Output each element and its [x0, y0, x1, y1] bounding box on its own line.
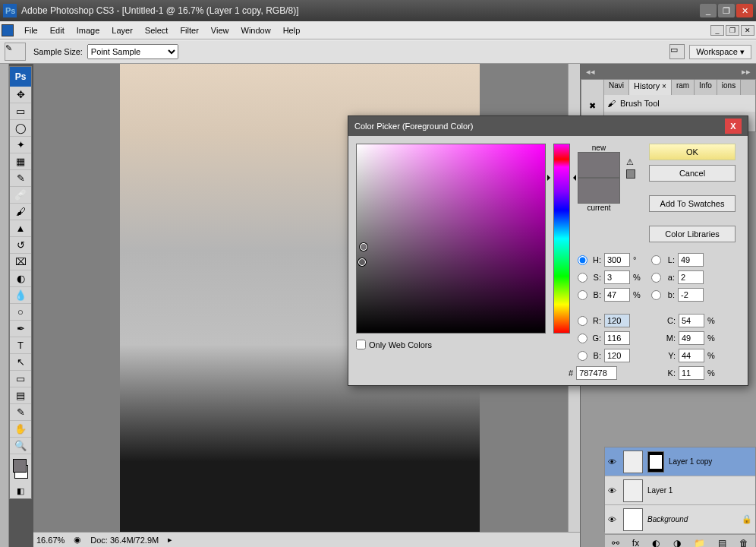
zoom-tool[interactable]: 🔍	[10, 438, 31, 454]
doc-close-button[interactable]: ✕	[741, 25, 754, 36]
close-button[interactable]: ✕	[736, 4, 753, 17]
healing-tool[interactable]: 🩹	[10, 187, 31, 204]
layer-row[interactable]: 👁 Layer 1 copy	[605, 447, 755, 476]
pen-tool[interactable]: ✒	[10, 321, 31, 337]
history-item[interactable]: 🖌 Brush Tool	[604, 95, 755, 112]
color-cursor[interactable]	[360, 243, 367, 251]
blur-tool[interactable]: 💧	[10, 287, 31, 304]
doc-restore-button[interactable]: ❐	[726, 25, 739, 36]
menu-file[interactable]: File	[18, 24, 44, 37]
foreground-color-swatch[interactable]	[13, 459, 27, 473]
marquee-tool[interactable]: ▭	[10, 103, 31, 120]
menu-window[interactable]: Window	[235, 24, 277, 37]
fx-icon[interactable]: fx	[632, 538, 639, 548]
adjustment-icon[interactable]: ◑	[673, 538, 681, 548]
notes-tool[interactable]: ▤	[10, 387, 31, 404]
status-menu-icon[interactable]: ▸	[168, 535, 172, 545]
visibility-icon[interactable]: 👁	[608, 457, 619, 466]
s-radio[interactable]	[578, 273, 587, 283]
c-field[interactable]	[679, 314, 704, 327]
menu-layer[interactable]: Layer	[106, 24, 139, 37]
l-field[interactable]	[678, 253, 704, 267]
new-color-swatch[interactable]	[578, 152, 620, 178]
layer-mask-thumb[interactable]	[647, 451, 664, 473]
visibility-icon[interactable]: 👁	[608, 486, 619, 495]
bv-radio[interactable]	[578, 351, 587, 361]
new-layer-icon[interactable]: ▤	[718, 538, 726, 548]
visibility-icon[interactable]: 👁	[608, 515, 619, 524]
dodge-tool[interactable]: ○	[10, 304, 31, 321]
crop-tool[interactable]: ▦	[10, 153, 31, 170]
layer-thumb[interactable]	[623, 508, 643, 531]
wand-tool[interactable]: ✦	[10, 137, 31, 153]
bv-field[interactable]	[604, 349, 630, 362]
shape-tool[interactable]: ▭	[10, 371, 31, 387]
layer-row[interactable]: 👁 Background 🔒	[605, 505, 755, 534]
collapse-left-icon[interactable]: ◂◂	[584, 67, 597, 77]
zoom-level[interactable]: 16.67%	[36, 536, 65, 545]
hue-indicator[interactable]	[550, 175, 573, 178]
h-field[interactable]	[604, 253, 630, 267]
tab-history[interactable]: History ×	[629, 80, 672, 95]
a-field[interactable]	[678, 270, 704, 284]
dialog-titlebar[interactable]: Color Picker (Foreground Color) X	[348, 116, 748, 136]
cube-icon[interactable]	[626, 169, 635, 179]
tab-info[interactable]: Info	[695, 80, 717, 95]
m-field[interactable]	[679, 331, 704, 345]
menu-help[interactable]: Help	[277, 24, 307, 37]
ok-button[interactable]: OK	[649, 144, 736, 160]
hue-slider[interactable]	[553, 144, 570, 334]
layer-thumb[interactable]	[623, 451, 643, 473]
folder-icon[interactable]: 📁	[694, 538, 705, 548]
menu-select[interactable]: Select	[139, 24, 175, 37]
b-radio[interactable]	[578, 290, 587, 300]
hex-field[interactable]	[576, 366, 617, 380]
add-swatches-button[interactable]: Add To Swatches	[649, 195, 736, 212]
history-brush-tool[interactable]: ↺	[10, 237, 31, 254]
r-field[interactable]	[604, 314, 630, 327]
maximize-button[interactable]: ❐	[718, 4, 735, 17]
g-radio[interactable]	[578, 334, 587, 343]
doc-minimize-button[interactable]: _	[710, 25, 724, 36]
h-radio[interactable]	[578, 255, 587, 265]
minimize-button[interactable]: _	[700, 4, 717, 17]
eyedropper-tool[interactable]: ✎	[10, 170, 31, 187]
link-icon[interactable]: ⚯	[612, 538, 619, 548]
g-field[interactable]	[604, 331, 630, 345]
brush-tool[interactable]: 🖌	[10, 204, 31, 220]
menu-filter[interactable]: Filter	[174, 24, 204, 37]
eyedropper-tool-2[interactable]: ✎	[10, 404, 31, 421]
web-colors-input[interactable]	[356, 340, 366, 349]
color-libraries-button[interactable]: Color Libraries	[649, 226, 736, 242]
screen-mode-icon[interactable]: ▭	[669, 44, 685, 59]
gradient-tool[interactable]: ◐	[10, 270, 31, 287]
lab-b-radio[interactable]	[651, 290, 661, 300]
collapse-right-icon[interactable]: ▸▸	[739, 67, 753, 77]
a-radio[interactable]	[651, 273, 661, 283]
workspace-button[interactable]: Workspace ▾	[689, 45, 751, 59]
stamp-tool[interactable]: ▲	[10, 220, 31, 237]
zoom-icon[interactable]: ◉	[74, 535, 81, 545]
lasso-tool[interactable]: ◯	[10, 120, 31, 137]
path-tool[interactable]: ↖	[10, 354, 31, 371]
web-colors-checkbox[interactable]: Only Web Colors	[356, 340, 546, 349]
s-field[interactable]	[604, 270, 630, 284]
type-tool[interactable]: T	[10, 337, 31, 354]
lab-b-field[interactable]	[678, 288, 704, 302]
eraser-tool[interactable]: ⌧	[10, 254, 31, 270]
l-radio[interactable]	[651, 255, 661, 265]
k-field[interactable]	[679, 366, 704, 380]
b-field[interactable]	[604, 288, 630, 302]
menu-image[interactable]: Image	[71, 24, 106, 37]
current-color-swatch[interactable]	[578, 178, 620, 204]
mask-icon[interactable]: ◐	[652, 538, 660, 548]
move-tool[interactable]: ✥	[10, 87, 31, 103]
saturation-brightness-field[interactable]	[356, 144, 546, 334]
y-field[interactable]	[679, 349, 704, 362]
dialog-close-button[interactable]: X	[725, 119, 742, 134]
tab-actions[interactable]: ions	[717, 80, 741, 95]
layer-thumb[interactable]	[623, 479, 643, 502]
toolbox-header-icon[interactable]: Ps	[10, 67, 31, 87]
trash-icon[interactable]: 🗑	[739, 538, 748, 548]
menu-view[interactable]: View	[205, 24, 235, 37]
